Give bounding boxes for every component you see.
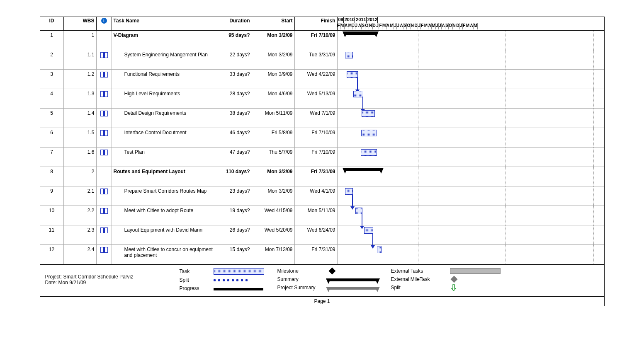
month-label: D <box>373 23 377 29</box>
legend-split-label: Split <box>180 277 209 283</box>
col-wbs[interactable]: WBS <box>64 17 97 30</box>
month-label: O <box>449 23 452 29</box>
month-label: A <box>345 23 348 29</box>
gantt-cell[interactable] <box>338 186 604 206</box>
dependency-link <box>357 77 358 90</box>
gantt-cell[interactable] <box>338 245 604 264</box>
year-gridline <box>505 70 506 89</box>
task-name-text: Routes and Equipment Layout <box>114 169 213 174</box>
task-row[interactable]: 21.1System Engineering Mangement Plan22 … <box>40 50 604 70</box>
gantt-cell[interactable] <box>338 31 604 50</box>
col-task-name[interactable]: Task Name <box>112 17 215 30</box>
year-label: 2010 <box>344 17 355 23</box>
col-start[interactable]: Start <box>252 17 295 30</box>
task-row[interactable]: 41.3High Level Requirements28 days?Mon 4… <box>40 89 604 109</box>
year-gridline <box>418 128 418 147</box>
col-id[interactable]: ID <box>40 17 64 30</box>
year-gridline <box>593 89 594 108</box>
task-bar[interactable] <box>364 227 373 234</box>
cell-id: 12 <box>40 245 64 264</box>
year-gridline <box>505 128 506 147</box>
month-label: M <box>424 23 428 29</box>
col-indicator[interactable]: i <box>97 17 112 30</box>
cell-wbs: 1.2 <box>64 70 97 89</box>
task-row[interactable]: 92.1Prepare Smart Corridors Routes Map23… <box>40 186 604 206</box>
month-label: F <box>379 23 382 29</box>
timeline-header[interactable]: 09201020112012FMAMJJASONDJFMAMJJASONDJFM… <box>338 17 604 30</box>
year-gridline <box>418 148 418 167</box>
month-label: A <box>470 23 474 29</box>
cell-duration: 38 days? <box>215 109 252 128</box>
month-label: N <box>411 23 415 29</box>
cell-indicator <box>97 206 112 225</box>
col-duration[interactable]: Duration <box>215 17 252 30</box>
legend-task-label: Task <box>180 268 209 274</box>
year-gridline <box>418 225 418 244</box>
gantt-cell[interactable] <box>338 167 604 186</box>
task-row[interactable]: 61.5Interface Control Docutment46 days?F… <box>40 128 604 148</box>
cell-wbs: 2.3 <box>64 225 97 244</box>
month-label: O <box>365 23 369 29</box>
constraint-icon <box>100 208 108 214</box>
cell-duration: 22 days? <box>215 50 252 69</box>
cell-indicator <box>97 148 112 167</box>
cell-duration: 19 days? <box>215 206 252 225</box>
gantt-cell[interactable] <box>338 70 604 89</box>
constraint-icon <box>100 130 108 136</box>
task-row[interactable]: 122.4Meet with Cities to concur on equip… <box>40 245 604 264</box>
month-label: D <box>414 23 418 29</box>
cell-indicator <box>97 31 112 50</box>
task-row[interactable]: 112.3Layout Equipment with David Mann26 … <box>40 225 604 245</box>
gantt-cell[interactable] <box>338 225 604 244</box>
cell-start: Mon 4/6/09 <box>252 89 295 108</box>
task-row[interactable]: 31.2Functional Requirements33 days?Mon 3… <box>40 70 604 89</box>
task-bar[interactable] <box>353 91 363 97</box>
cell-wbs: 1.5 <box>64 128 97 147</box>
year-gridline <box>593 225 594 244</box>
legend-split-sample <box>214 277 263 283</box>
year-gridline <box>593 186 594 206</box>
year-gridline <box>593 206 594 225</box>
cell-task-name: Test Plan <box>112 148 215 167</box>
cell-finish: Wed 4/1/09 <box>295 186 338 206</box>
gantt-cell[interactable] <box>338 50 604 69</box>
col-finish[interactable]: Finish <box>295 17 338 30</box>
month-label: F <box>463 23 466 29</box>
gantt-cell[interactable] <box>338 89 604 108</box>
year-gridline <box>505 148 506 167</box>
task-row[interactable]: 51.4Detail Design Requirements38 days?Mo… <box>40 109 604 128</box>
dependency-link <box>352 194 353 207</box>
constraint-icon <box>100 111 108 116</box>
summary-bar[interactable] <box>345 31 376 35</box>
year-gridline <box>505 167 506 186</box>
task-bar[interactable] <box>362 110 374 117</box>
gantt-cell[interactable] <box>338 109 604 128</box>
cell-finish: Tue 3/31/09 <box>295 50 338 69</box>
gantt-cell[interactable] <box>338 148 604 167</box>
task-row[interactable]: 102.2Meet with Cities to adopt Route19 d… <box>40 206 604 225</box>
month-label: N <box>369 23 373 29</box>
cell-start: Mon 5/11/09 <box>252 109 295 128</box>
task-bar[interactable] <box>345 52 353 58</box>
task-row[interactable]: 11V-Diagram95 days?Mon 3/2/09Fri 7/10/09 <box>40 31 604 50</box>
task-bar[interactable] <box>361 149 377 156</box>
gantt-cell[interactable] <box>338 128 604 147</box>
task-row[interactable]: 82Routes and Equipment Layout110 days?Mo… <box>40 167 604 186</box>
task-bar[interactable] <box>347 71 358 78</box>
year-gridline <box>593 31 594 50</box>
legend: Project: Smart Corridor Schedule Parviz … <box>40 264 604 296</box>
year-gridline <box>418 109 418 128</box>
year-gridline <box>593 148 594 167</box>
task-name-text: Meet with Cities to concur on equipment … <box>114 247 213 258</box>
year-gridline <box>418 89 418 108</box>
legend-progress-sample <box>214 288 263 290</box>
month-label: S <box>362 23 365 29</box>
task-row[interactable]: 71.6Test Plan47 days?Thu 5/7/09Fri 7/10/… <box>40 148 604 167</box>
task-bar[interactable] <box>377 247 382 253</box>
gantt-cell[interactable] <box>338 206 604 225</box>
summary-bar[interactable] <box>345 168 382 171</box>
task-bar[interactable] <box>361 130 377 136</box>
cell-start: Mon 3/9/09 <box>252 70 295 89</box>
cell-indicator <box>97 70 112 89</box>
cell-task-name: Detail Design Requirements <box>112 109 215 128</box>
